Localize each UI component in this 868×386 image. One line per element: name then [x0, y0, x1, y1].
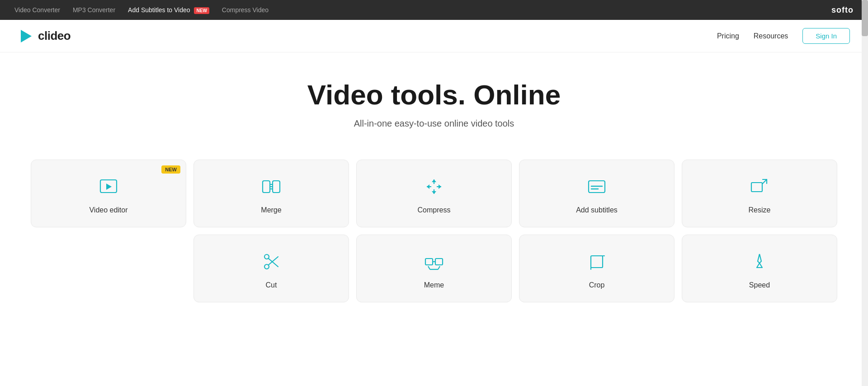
svg-marker-2	[106, 184, 112, 190]
svg-rect-3	[263, 181, 270, 193]
svg-rect-31	[591, 256, 603, 268]
svg-marker-13	[427, 184, 429, 189]
tool-video-editor-label: Video editor	[89, 206, 127, 214]
topbar-nav: Video Converter MP3 Converter Add Subtit…	[14, 6, 269, 14]
logo-icon	[18, 28, 34, 44]
tool-cut-label: Cut	[266, 281, 277, 289]
tools-section: NEW Video editor Merge	[0, 147, 868, 324]
svg-marker-15	[439, 184, 441, 189]
tool-crop-label: Crop	[589, 281, 605, 289]
svg-marker-9	[432, 179, 436, 182]
new-badge-topbar: NEW	[194, 7, 209, 14]
svg-rect-19	[751, 183, 762, 192]
svg-line-30	[438, 266, 440, 269]
tool-card-compress[interactable]: Compress	[356, 160, 512, 227]
svg-marker-11	[432, 191, 436, 194]
tool-card-resize[interactable]: Resize	[682, 160, 837, 227]
svg-marker-0	[21, 30, 32, 42]
tool-meme-label: Meme	[424, 281, 444, 289]
svg-rect-4	[273, 181, 280, 193]
tool-merge-label: Merge	[261, 206, 281, 214]
hero-section: Video tools. Online All-in-one easy-to-u…	[0, 52, 868, 147]
tool-card-crop[interactable]: Crop	[519, 235, 675, 302]
speed-icon	[749, 251, 770, 274]
tool-add-subtitles-label: Add subtitles	[576, 206, 618, 214]
header-nav: Pricing Resources Sign In	[717, 28, 850, 44]
topbar-brand: softo	[831, 5, 854, 15]
scrollbar[interactable]	[862, 0, 868, 324]
svg-line-24	[269, 257, 278, 265]
topbar-nav-add-subtitles[interactable]: Add Subtitles to Video NEW	[128, 6, 209, 14]
header-nav-resources[interactable]: Resources	[754, 32, 788, 40]
tool-card-cut[interactable]: Cut	[193, 235, 349, 302]
svg-line-23	[269, 259, 278, 267]
tool-compress-label: Compress	[418, 206, 451, 214]
scissors-icon	[261, 251, 282, 274]
video-editor-icon	[98, 176, 119, 199]
compress-icon	[424, 176, 444, 199]
meme-icon	[424, 251, 444, 274]
tool-card-video-editor[interactable]: NEW Video editor	[31, 160, 186, 227]
header: clideo Pricing Resources Sign In	[0, 20, 868, 52]
svg-line-28	[428, 266, 430, 269]
tools-row-2: Cut Meme	[27, 231, 841, 306]
tool-card-speed[interactable]: Speed	[682, 235, 837, 302]
tool-card-add-subtitles[interactable]: Add subtitles	[519, 160, 675, 227]
scrollbar-thumb[interactable]	[862, 0, 868, 36]
header-nav-pricing[interactable]: Pricing	[717, 32, 739, 40]
tool-card-meme[interactable]: Meme	[356, 235, 512, 302]
svg-rect-25	[425, 259, 433, 265]
tool-card-merge[interactable]: Merge	[193, 160, 349, 227]
topbar-nav-video-converter[interactable]: Video Converter	[14, 6, 60, 14]
svg-line-20	[762, 179, 767, 184]
signin-button[interactable]: Sign In	[802, 28, 850, 44]
topbar: Video Converter MP3 Converter Add Subtit…	[0, 0, 868, 20]
tool-new-badge-video-editor: NEW	[161, 165, 180, 174]
logo[interactable]: clideo	[18, 28, 71, 44]
tools-row-1: NEW Video editor Merge	[27, 156, 841, 231]
tool-speed-label: Speed	[749, 281, 770, 289]
topbar-nav-compress-video[interactable]: Compress Video	[222, 6, 269, 14]
svg-rect-26	[435, 259, 443, 265]
merge-icon	[261, 176, 282, 199]
tool-resize-label: Resize	[749, 206, 771, 214]
topbar-nav-mp3-converter[interactable]: MP3 Converter	[73, 6, 115, 14]
subtitles-icon	[586, 176, 607, 199]
crop-icon	[586, 251, 607, 274]
hero-title: Video tools. Online	[9, 80, 859, 110]
resize-icon	[749, 176, 770, 199]
logo-text: clideo	[38, 29, 71, 43]
hero-subtitle: All-in-one easy-to-use online video tool…	[9, 118, 859, 129]
